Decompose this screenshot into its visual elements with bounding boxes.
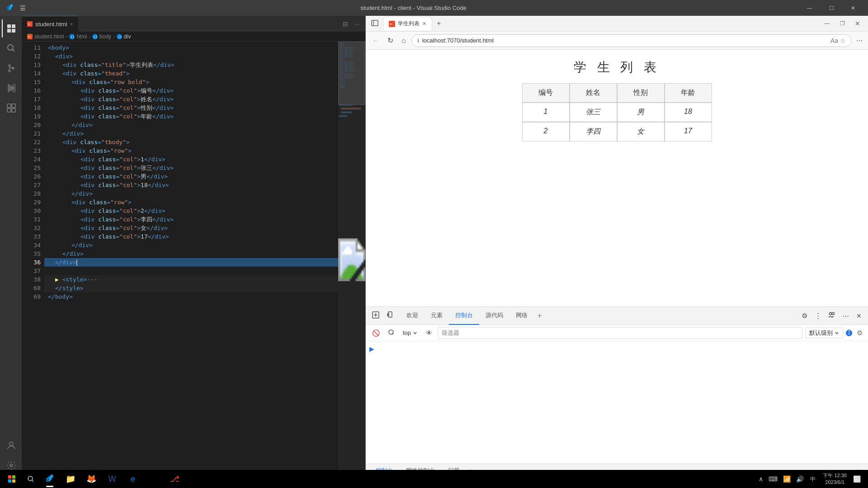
taskbar-time[interactable]: 下午 12:30 2023/6/1 — [820, 470, 849, 488]
taskbar-app-firefox[interactable]: 🦊 — [81, 471, 101, 487]
close-button[interactable]: ✕ — [843, 0, 863, 16]
browser-tab-close-button[interactable]: ✕ — [422, 21, 426, 27]
browser-toolbar-right: ⋯ — [854, 35, 864, 46]
code-content[interactable]: <body> <div> <div class="title">学生列表</di… — [44, 42, 338, 478]
editor-area: H student.html × ⊟ ··· H student.html › … — [22, 16, 365, 478]
minimize-button[interactable]: — — [799, 0, 820, 16]
console-context-selector[interactable]: top — [400, 328, 420, 338]
breadcrumb-div[interactable]: div — [124, 33, 131, 40]
tray-network-icon[interactable]: 📶 — [781, 474, 793, 484]
code-line-32: <div class="col">女</div> — [44, 224, 338, 232]
devtools-tab-welcome[interactable]: 欢迎 — [400, 307, 425, 325]
student-table: 编号 姓名 性别 年龄 1 张三 男 18 2 李四 女 — [522, 83, 712, 141]
code-line-20: </div> — [44, 121, 338, 129]
devtools-inspect-button[interactable] — [369, 310, 382, 322]
browser-titlebar: H 学生列表 ✕ + — ❐ ✕ — [366, 16, 868, 32]
browser-close-button[interactable]: ✕ — [851, 18, 864, 29]
address-bar[interactable]: ℹ localhost:7070/student.html Aa ☆ — [411, 34, 852, 47]
console-level-selector[interactable]: 默认级别 — [805, 328, 843, 338]
tray-keyboard-icon[interactable]: ⌨ — [767, 474, 779, 484]
taskbar-language-indicator[interactable]: 中 — [807, 474, 818, 485]
taskbar-notification-button[interactable]: ⬜ — [851, 474, 863, 484]
browser-tab-active[interactable]: H 学生列表 ✕ — [383, 17, 432, 30]
svg-rect-6 — [14, 84, 15, 92]
more-actions-button[interactable]: ··· — [353, 19, 362, 29]
activity-item-run[interactable] — [2, 79, 20, 97]
header-age: 年龄 — [665, 83, 712, 103]
cell-name-1: 张三 — [570, 103, 617, 122]
devtools-peer-button[interactable] — [826, 310, 838, 321]
back-button[interactable]: ← — [369, 34, 382, 47]
browser-tab-title: 学生列表 — [398, 20, 420, 28]
titlebar-window-buttons: — ☐ ✕ — [799, 0, 863, 16]
svg-rect-7 — [7, 104, 11, 108]
devtools-tab-add-button[interactable]: + — [534, 310, 545, 322]
taskbar-start-button[interactable] — [2, 471, 22, 487]
student-page-title: 学 生 列 表 — [522, 59, 712, 76]
console-clear-button[interactable]: 🚫 — [369, 328, 382, 338]
editor-tab[interactable]: H student.html × — [22, 16, 78, 32]
code-editor[interactable]: 11 12 13 14 15 16 17 18 19 20 21 22 23 2… — [22, 42, 365, 478]
favorites-bar-button[interactable]: ⋯ — [854, 35, 864, 46]
activity-item-accounts[interactable] — [2, 436, 20, 455]
student-table-container: 学 生 列 表 编号 姓名 性别 年龄 1 张三 男 18 — [522, 59, 712, 141]
taskbar-search-button[interactable] — [23, 471, 39, 487]
taskbar-app-file-explorer[interactable]: 📁 — [61, 471, 80, 487]
taskbar-app-word[interactable]: W — [102, 471, 122, 487]
browser-restore-button[interactable]: ❐ — [835, 18, 849, 29]
browser-minimize-button[interactable]: — — [820, 18, 834, 29]
console-content: ▶ — [366, 341, 868, 464]
devtools-tab-elements[interactable]: 元素 — [425, 307, 449, 325]
console-gear-button[interactable]: ⚙ — [855, 328, 864, 338]
code-line-26: <div class="col">男</div> — [44, 172, 338, 181]
taskbar-app-git[interactable]: ⎇ — [165, 471, 184, 487]
console-expand-arrow[interactable]: ▶ — [369, 345, 374, 352]
console-eye-button[interactable]: 👁 — [423, 328, 435, 338]
svg-point-0 — [8, 45, 13, 50]
breadcrumb-body[interactable]: body — [99, 33, 111, 40]
devtools-tab-sources[interactable]: 源代码 — [479, 307, 509, 325]
devtools-tab-network[interactable]: 网络 — [509, 307, 534, 325]
favorites-icon[interactable]: ☆ — [840, 37, 846, 44]
firefox-icon: 🦊 — [86, 474, 96, 484]
taskbar-date-text: 2023/6/1 — [823, 479, 847, 486]
browser-sidebar-button[interactable] — [369, 18, 380, 30]
split-editor-button[interactable]: ⊟ — [341, 19, 350, 29]
devtools-device-button[interactable] — [384, 310, 396, 322]
svg-rect-10 — [12, 108, 15, 112]
taskbar-app-vscode[interactable] — [40, 471, 60, 487]
cell-name-2: 李四 — [570, 122, 617, 141]
activity-item-search[interactable] — [2, 39, 20, 57]
tray-volume-icon[interactable]: 🔊 — [794, 474, 806, 484]
console-filter-input[interactable] — [438, 327, 802, 339]
browser-new-tab-button[interactable]: + — [435, 18, 443, 29]
svg-text:{}: {} — [71, 35, 74, 39]
home-button[interactable]: ⌂ — [399, 34, 409, 47]
devtools-close-button[interactable]: ✕ — [854, 310, 864, 321]
reader-mode-icon[interactable]: Aa — [830, 37, 838, 44]
devtools-settings-button[interactable]: ⚙ — [799, 310, 810, 322]
console-filter-button[interactable] — [385, 328, 397, 338]
header-name: 姓名 — [570, 83, 617, 103]
tray-up-arrow[interactable]: ∧ — [757, 474, 765, 484]
devtools-tab-console[interactable]: 控制台 — [449, 307, 479, 325]
svg-rect-8 — [12, 104, 15, 108]
code-line-69: </body> — [44, 292, 338, 301]
activity-item-git[interactable] — [2, 59, 20, 77]
maximize-button[interactable]: ☐ — [821, 0, 842, 16]
refresh-button[interactable]: ↻ — [385, 33, 396, 47]
titlebar-left-icons: ☰ — [5, 2, 28, 14]
taskbar-app-edge[interactable]: e — [123, 471, 143, 487]
devtools-more-button[interactable]: ⋮ — [812, 310, 824, 322]
hamburger-menu-icon[interactable]: ☰ — [18, 3, 28, 14]
activity-item-extensions[interactable] — [2, 99, 20, 117]
browser-content: 学 生 列 表 编号 姓名 性别 年龄 1 张三 男 18 — [366, 50, 868, 306]
tab-close-button[interactable]: × — [70, 21, 73, 27]
git-taskbar-icon: ⎇ — [170, 474, 179, 484]
taskbar-app-terminal[interactable]: ▸_ — [144, 471, 164, 487]
breadcrumb-file[interactable]: student.html — [34, 33, 64, 40]
activity-item-explorer[interactable] — [2, 19, 20, 38]
breadcrumb-html[interactable]: html — [76, 33, 87, 40]
vscode-menu-icon[interactable] — [5, 2, 15, 14]
devtools-more-dots-button[interactable]: ⋯ — [840, 310, 852, 322]
